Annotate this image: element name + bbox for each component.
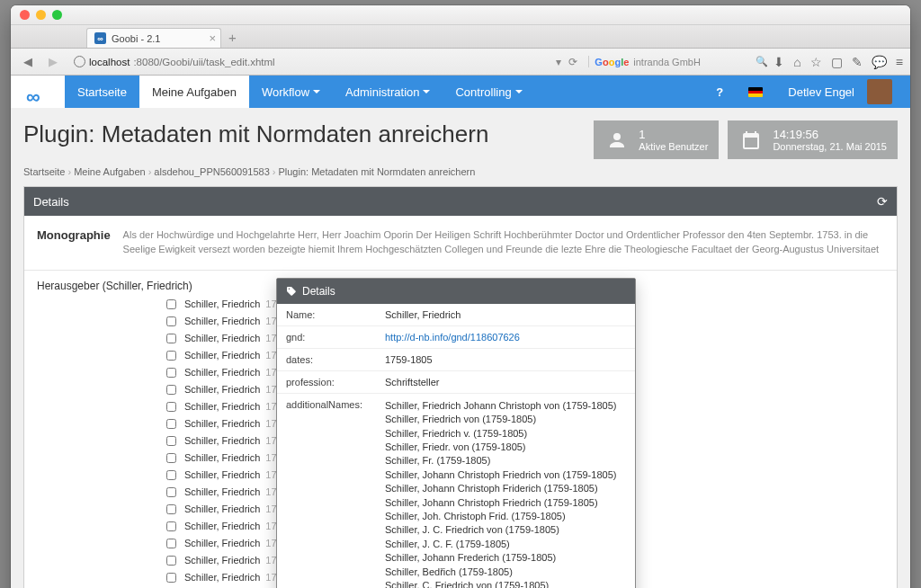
- share-icon[interactable]: ✎: [852, 55, 863, 69]
- chevron-down-icon: [423, 90, 430, 94]
- details-panel-title: Details: [33, 195, 69, 209]
- result-checkbox[interactable]: [166, 316, 176, 326]
- search-placeholder: intranda GmbH: [633, 57, 701, 67]
- help-icon[interactable]: ?: [703, 76, 736, 108]
- result-checkbox[interactable]: [166, 385, 176, 395]
- language-flag-icon[interactable]: [736, 76, 775, 108]
- result-name: Schiller, Friedrich: [184, 538, 260, 548]
- nav-back-button[interactable]: ◀: [18, 53, 38, 71]
- additional-name: Schiller, Johann Christoph Friedrich von…: [385, 468, 626, 482]
- breadcrumb-item[interactable]: Meine Aufgaben: [74, 166, 146, 177]
- result-meta: 17: [265, 503, 276, 514]
- nav-item-label: Controlling: [455, 85, 511, 99]
- additional-name: Schiller, Friedr. von (1759-1805): [385, 441, 626, 454]
- new-tab-button[interactable]: +: [221, 27, 244, 48]
- monograph-row: Monographie Als der Hochwürdige und Hoch…: [24, 216, 897, 271]
- result-checkbox[interactable]: [166, 556, 176, 566]
- result-meta: 17: [265, 469, 276, 480]
- username-label: Detlev Engel: [788, 85, 854, 99]
- result-name: Schiller, Friedrich: [184, 469, 260, 480]
- result-checkbox[interactable]: [166, 419, 176, 429]
- refresh-icon[interactable]: ⟳: [877, 194, 888, 209]
- editor-area: Herausgeber (Schiller, Friedrich) Schill…: [24, 271, 897, 588]
- nav-item-label: Startseite: [77, 85, 127, 99]
- result-meta: 17: [265, 452, 276, 463]
- active-users-widget[interactable]: 1 Aktive Benutzer: [594, 120, 719, 159]
- gnd-link[interactable]: http://d-nb.info/gnd/118607626: [385, 332, 520, 343]
- chat-icon[interactable]: 💬: [872, 55, 887, 69]
- additional-name: Schiller, Bedřich (1759-1805): [385, 566, 626, 579]
- favicon-icon: ∞: [94, 32, 106, 44]
- nav-item-label: Administration: [345, 85, 419, 99]
- nav-item-workflow[interactable]: Workflow: [249, 76, 333, 108]
- browser-search-field[interactable]: Google intranda GmbH 🔍: [588, 56, 768, 67]
- result-name: Schiller, Friedrich: [184, 435, 260, 446]
- result-checkbox[interactable]: [166, 521, 176, 531]
- result-checkbox[interactable]: [166, 453, 176, 463]
- result-checkbox[interactable]: [166, 299, 176, 309]
- result-checkbox[interactable]: [166, 436, 176, 446]
- result-meta: 17: [265, 572, 276, 583]
- browser-tab[interactable]: ∞ Goobi - 2.1 ×: [86, 28, 221, 48]
- address-bar: ◀ ▶ localhost :8080/Goobi/uii/task_edit.…: [11, 49, 910, 76]
- result-name: Schiller, Friedrich: [184, 555, 260, 566]
- browser-window: ∞ Goobi - 2.1 × + ◀ ▶ localhost :8080/Go…: [11, 5, 910, 588]
- nav-item-startseite[interactable]: Startseite: [65, 76, 139, 108]
- breadcrumb-item[interactable]: alsdehou_PPN560091583: [154, 166, 269, 177]
- kv-value: Schiller, Friedrich: [376, 304, 635, 325]
- toolbar-icons: ⬇ ⌂ ☆ ▢ ✎ 💬 ≡: [773, 55, 903, 69]
- breadcrumb-item[interactable]: Startseite: [23, 166, 65, 177]
- popover-header: Details: [277, 279, 635, 304]
- menu-icon[interactable]: ≡: [896, 55, 903, 69]
- maximize-window-icon[interactable]: [52, 10, 62, 20]
- tab-close-icon[interactable]: ×: [209, 31, 216, 45]
- close-window-icon[interactable]: [20, 10, 30, 20]
- result-meta: 17: [265, 555, 276, 566]
- result-checkbox[interactable]: [166, 487, 176, 497]
- result-meta: 17: [265, 486, 276, 497]
- result-checkbox[interactable]: [166, 573, 176, 583]
- additional-name: Schiller, Johann Christoph Friedrich (17…: [385, 496, 626, 510]
- result-checkbox[interactable]: [166, 334, 176, 343]
- page-content: Plugin: Metadaten mit Normdaten anreiche…: [11, 108, 910, 588]
- download-icon[interactable]: ⬇: [773, 55, 784, 69]
- details-panel-header: Details ⟳: [24, 187, 897, 216]
- result-meta: 17: [265, 384, 276, 395]
- result-meta: 17: [265, 418, 276, 429]
- result-checkbox[interactable]: [166, 504, 176, 514]
- result-checkbox[interactable]: [166, 470, 176, 480]
- reload-icon[interactable]: ⟳: [568, 56, 577, 68]
- nav-item-controlling[interactable]: Controlling: [443, 76, 534, 108]
- page-title: Plugin: Metadaten mit Normdaten anreiche…: [23, 120, 585, 148]
- chevron-down-icon: [515, 90, 523, 94]
- dropdown-icon[interactable]: ▾: [556, 56, 561, 68]
- kv-value: Schiller, Friedrich Johann Christoph von…: [376, 394, 635, 588]
- kv-key: Name:: [277, 304, 376, 325]
- home-icon[interactable]: ⌂: [793, 55, 800, 69]
- result-meta: 17: [265, 333, 276, 343]
- result-checkbox[interactable]: [166, 402, 176, 412]
- bookmark-icon[interactable]: ☆: [810, 55, 822, 69]
- app-logo[interactable]: ∞: [11, 76, 65, 108]
- result-checkbox[interactable]: [166, 351, 176, 361]
- additional-name: Schiller, Friedrich Johann Christoph von…: [385, 399, 626, 413]
- tab-title: Goobi - 2.1: [112, 33, 160, 44]
- result-meta: 17: [265, 435, 276, 446]
- additional-name: Schiller, Johann Christoph Friderich (17…: [385, 482, 626, 495]
- url-field[interactable]: localhost :8080/Goobi/uii/task_edit.xhtm…: [68, 52, 583, 72]
- result-name: Schiller, Friedrich: [184, 350, 260, 361]
- kv-value: 1759-1805: [376, 349, 635, 370]
- nav-item-meine-aufgaben[interactable]: Meine Aufgaben: [139, 76, 249, 108]
- minimize-window-icon[interactable]: [36, 10, 46, 20]
- user-menu[interactable]: Detlev Engel: [775, 76, 910, 108]
- nav-item-administration[interactable]: Administration: [333, 76, 443, 108]
- result-name: Schiller, Friedrich: [184, 333, 260, 343]
- search-go-icon[interactable]: 🔍: [756, 56, 768, 67]
- nav-forward-button[interactable]: ▶: [43, 53, 63, 71]
- result-checkbox[interactable]: [166, 539, 176, 548]
- calendar-icon: [738, 129, 764, 151]
- pocket-icon[interactable]: ▢: [831, 55, 843, 69]
- result-checkbox[interactable]: [166, 368, 176, 378]
- nav-item-label: Workflow: [262, 85, 309, 99]
- result-meta: 17: [265, 350, 276, 361]
